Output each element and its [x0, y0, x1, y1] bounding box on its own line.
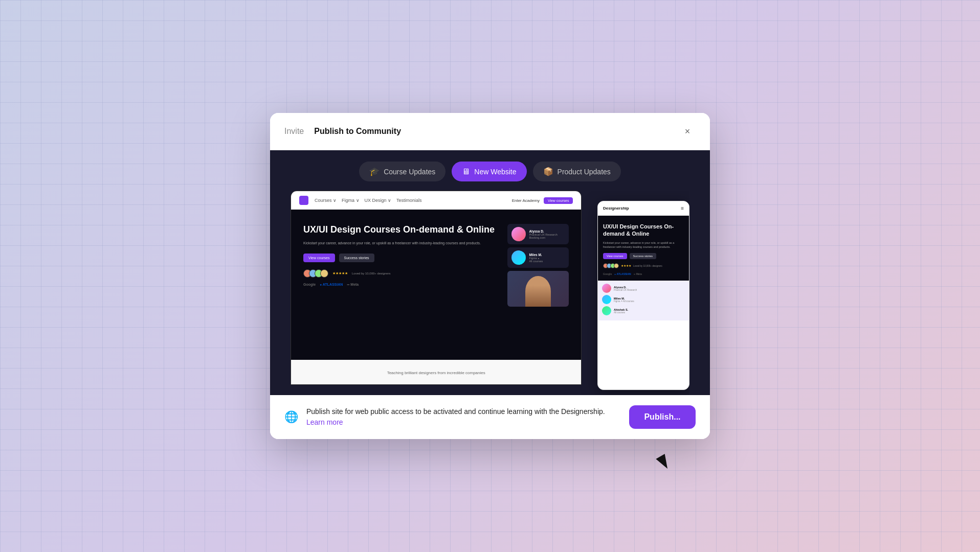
mobile-profile-2: Miles M. Figma ∘ All courses	[602, 295, 685, 304]
mobile-subtitle: Kickstart your career, advance in your r…	[603, 241, 684, 249]
site-logo	[299, 196, 308, 205]
mobile-social: ★★★★ Loved by 10,000+ designers	[603, 263, 684, 268]
tab-new-website-label: New Website	[474, 168, 516, 176]
bottom-bar-text: Teaching brilliant designers from incred…	[387, 371, 485, 375]
hero-success-stories-btn: Success stories	[339, 254, 374, 262]
graduation-cap-icon: 🎓	[369, 167, 380, 176]
m-profile-name-3: Ahishek S.	[614, 308, 628, 311]
hamburger-icon: ≡	[681, 205, 684, 211]
desktop-preview: Courses ∨ Figma ∨ UX Design ∨ Testimonia…	[291, 191, 582, 385]
profile-face	[525, 276, 551, 307]
modal-footer: 🌐 Publish site for web public access to …	[270, 395, 710, 439]
nav-link-testimonials: Testimonials	[396, 198, 422, 203]
preview-area: Courses ∨ Figma ∨ UX Design ∨ Testimonia…	[291, 191, 689, 395]
mobile-stars: ★★★★	[621, 264, 631, 267]
m-profile-avatar-3	[602, 306, 611, 315]
mobile-title: UX/UI Design Courses On-demand & Online	[603, 223, 684, 238]
brand-google: Google	[303, 283, 316, 286]
m-profile-info-2: Miles M. Figma ∘ All courses	[614, 297, 634, 303]
mobile-view-courses-btn: View courses	[603, 253, 627, 259]
tab-product-updates[interactable]: 📦 Product Updates	[533, 162, 621, 181]
hero-social: ★★★★★ Loved by 10,000+ designers	[303, 269, 501, 278]
mobile-avatars	[603, 263, 619, 268]
modal-title: Publish to Community	[314, 127, 679, 136]
mobile-brand-meta: ∞ Meta	[634, 272, 642, 275]
brand-meta: ∞ Meta	[347, 283, 359, 286]
m-profile-role-3: All courses	[614, 311, 628, 314]
mobile-profiles: Alyssa D. Practical UX Research Miles M.…	[598, 281, 689, 320]
mobile-preview: Designership ≡ UX/UI Design Courses On-d…	[597, 201, 689, 390]
nav-links: Courses ∨ Figma ∨ UX Design ∨ Testimonia…	[315, 198, 422, 203]
view-courses-nav-btn: View courses	[544, 197, 573, 204]
mobile-loved-text: Loved by 10,000+ designers	[633, 265, 662, 267]
hero-subtitle: Kickstart your career, advance in your r…	[303, 241, 501, 246]
nav-link-courses: Courses ∨	[315, 198, 337, 203]
m-profile-avatar-1	[602, 284, 611, 293]
modal-header: Invite Publish to Community ×	[270, 113, 710, 150]
publish-button[interactable]: Publish...	[629, 405, 696, 429]
mobile-nav: Designership ≡	[598, 201, 689, 216]
loved-by-text: Loved by 10,000+ designers	[352, 272, 391, 275]
profile-card-large	[507, 271, 569, 307]
profile-sub-2: All courses	[529, 260, 543, 263]
window-icon: 🖥	[462, 167, 470, 176]
m-profile-info-1: Alyssa D. Practical UX Research	[614, 286, 637, 291]
hero-title: UX/UI Design Courses On-demand & Online	[303, 224, 501, 236]
nav-link-figma: Figma ∨	[342, 198, 360, 203]
profile-name-2: Miles M.	[529, 253, 543, 257]
mouse-cursor	[656, 454, 672, 471]
profile-info-1: Alyssa D. Practical UX Research Booking.…	[529, 229, 557, 239]
m-profile-role-2: Figma ∘ All courses	[614, 300, 634, 303]
tab-course-updates[interactable]: 🎓 Course Updates	[359, 162, 446, 181]
box-icon: 📦	[543, 167, 553, 176]
mobile-brand-google: Google	[603, 272, 612, 275]
tab-product-updates-label: Product Updates	[558, 168, 611, 176]
m-profile-role-1: Practical UX Research	[614, 289, 637, 291]
footer-text-main: Publish site for web public access to be…	[306, 407, 605, 416]
mobile-app-name: Designership	[603, 206, 629, 211]
enter-academy-text: Enter Academy	[512, 198, 540, 203]
mobile-buttons: View courses Success stories	[603, 253, 684, 259]
footer-description: Publish site for web public access to be…	[306, 406, 621, 428]
m-profile-info-3: Ahishek S. All courses	[614, 308, 628, 314]
preview-hero: UX/UI Design Courses On-demand & Online …	[291, 210, 581, 360]
hero-left: UX/UI Design Courses On-demand & Online …	[303, 224, 501, 352]
m-avatar-4	[614, 263, 619, 268]
modal-content: 🎓 Course Updates 🖥 New Website 📦 Product…	[270, 150, 710, 395]
globe-icon: 🌐	[284, 410, 298, 424]
profile-avatar-2	[511, 250, 526, 265]
hero-buttons: View courses Success stories	[303, 254, 501, 262]
m-profile-avatar-2	[602, 295, 611, 304]
brand-logos: Google ⬥ ATLASSIAN ∞ Meta	[303, 283, 501, 286]
social-avatars	[303, 269, 328, 278]
mobile-profile-1: Alyssa D. Practical UX Research	[602, 284, 685, 293]
tabs-row: 🎓 Course Updates 🖥 New Website 📦 Product…	[270, 150, 710, 191]
learn-more-link[interactable]: Learn more	[306, 418, 343, 426]
nav-right: Enter Academy View courses	[512, 197, 573, 204]
publish-modal: Invite Publish to Community × 🎓 Course U…	[270, 113, 710, 439]
mobile-profile-3: Ahishek S. All courses	[602, 306, 685, 315]
mobile-brand-atlassian: ⬥ ATLASSIAN	[614, 272, 631, 275]
profile-card-1: Alyssa D. Practical UX Research Booking.…	[507, 224, 569, 244]
avatar-4	[320, 269, 328, 278]
preview-nav: Courses ∨ Figma ∨ UX Design ∨ Testimonia…	[291, 191, 581, 210]
profile-company-1: Booking.com	[529, 236, 557, 239]
profile-name-1: Alyssa D.	[529, 229, 557, 233]
brand-atlassian: ⬥ ATLASSIAN	[320, 283, 343, 286]
close-button[interactable]: ×	[679, 123, 696, 140]
tab-new-website[interactable]: 🖥 New Website	[452, 162, 526, 181]
mobile-success-btn: Success stories	[630, 253, 657, 259]
hero-right: Alyssa D. Practical UX Research Booking.…	[507, 224, 569, 352]
profile-info-2: Miles M. Figma ∘ All courses	[529, 253, 543, 263]
profile-card-2: Miles M. Figma ∘ All courses	[507, 247, 569, 268]
nav-link-ux: UX Design ∨	[365, 198, 392, 203]
tab-course-updates-label: Course Updates	[384, 168, 435, 176]
star-rating: ★★★★★	[332, 271, 348, 275]
profile-role-1: Practical UX Research	[529, 233, 557, 236]
mobile-brands: Google ⬥ ATLASSIAN ∞ Meta	[603, 272, 684, 275]
invite-tab[interactable]: Invite	[284, 127, 304, 136]
profile-avatar-1	[511, 227, 526, 241]
preview-bottom-bar: Teaching brilliant designers from incred…	[291, 360, 581, 385]
mobile-hero: UX/UI Design Courses On-demand & Online …	[598, 216, 689, 281]
hero-view-courses-btn: View courses	[303, 254, 335, 262]
